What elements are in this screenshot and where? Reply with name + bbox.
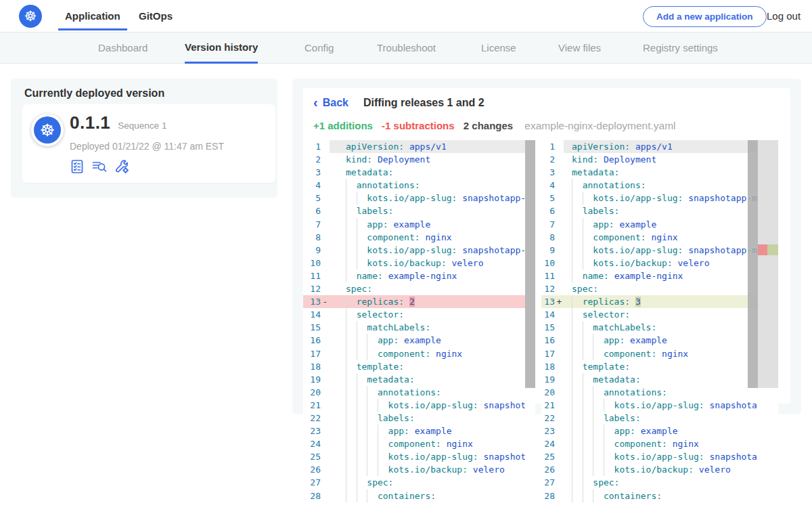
code-line: 15 matchLabels: xyxy=(303,321,525,334)
code-line: 10 kots.io/backup: velero xyxy=(541,257,757,269)
code-text: apiVersion: apps/v1 xyxy=(564,140,757,153)
line-number: 24 xyxy=(541,437,555,450)
addition-mark xyxy=(767,244,778,255)
code-line: 6 labels: xyxy=(303,204,525,217)
subnav-item-troubleshoot[interactable]: Troubleshoot xyxy=(377,32,436,64)
tab-application[interactable]: Application xyxy=(58,0,127,30)
diff-marker xyxy=(321,476,330,489)
diff-marker xyxy=(321,308,330,321)
code-text: labels: xyxy=(330,204,525,217)
code-text: selector: xyxy=(564,308,757,321)
code-line: 16 app: example xyxy=(303,334,525,347)
code-text: app: example xyxy=(564,218,757,231)
line-number: 26 xyxy=(303,463,321,476)
diff-marker xyxy=(555,269,564,282)
diff-marker xyxy=(555,490,564,502)
code-line: 22 labels: xyxy=(303,412,525,425)
code-line: 23 app: example xyxy=(541,425,757,437)
scrollbar-thumb[interactable] xyxy=(525,140,535,388)
diff-marker xyxy=(555,399,564,412)
diff-marker xyxy=(321,166,330,179)
code-line: 5 kots.io/app-slug: snapshotapp-mu xyxy=(541,192,757,204)
add-application-button[interactable]: Add a new application xyxy=(643,6,767,27)
line-number: 6 xyxy=(541,204,555,217)
diff-marker xyxy=(555,153,564,166)
diff-marker xyxy=(321,244,330,257)
line-number: 27 xyxy=(303,476,321,489)
line-number: 24 xyxy=(303,437,321,450)
code-lines-right[interactable]: 1apiVersion: apps/v12kind: Deployment3me… xyxy=(541,140,757,504)
line-number: 13 xyxy=(541,295,555,308)
code-text: template: xyxy=(564,360,757,373)
code-line: 6 labels: xyxy=(541,204,757,217)
release-notes-icon[interactable] xyxy=(69,158,85,177)
code-line: 23 app: example xyxy=(303,425,525,437)
diff-marker xyxy=(555,244,564,257)
diff-marker xyxy=(555,360,564,373)
code-text: containers: xyxy=(564,490,757,502)
line-number: 6 xyxy=(303,204,321,217)
view-logs-icon[interactable] xyxy=(91,158,108,177)
subnav-item-config[interactable]: Config xyxy=(304,32,334,64)
line-number: 4 xyxy=(303,179,321,192)
subnav-item-dashboard[interactable]: Dashboard xyxy=(98,32,148,64)
diff-marker xyxy=(321,257,330,269)
code-line: 1apiVersion: apps/v1 xyxy=(303,140,525,153)
subnav-item-registry-settings[interactable]: Registry settings xyxy=(643,32,718,64)
subnav-item-view-files[interactable]: View files xyxy=(558,32,601,64)
code-text: app: example xyxy=(564,425,757,437)
scrollbar-thumb[interactable] xyxy=(748,140,758,388)
line-number: 7 xyxy=(303,218,321,231)
diff-marker xyxy=(321,153,330,166)
code-text: kots.io/backup: velero xyxy=(330,257,525,269)
code-line: 10 kots.io/backup: velero xyxy=(303,257,525,269)
line-number: 8 xyxy=(303,231,321,244)
line-number: 17 xyxy=(541,347,555,360)
changes-count: 2 changes xyxy=(464,120,513,131)
diff-marker xyxy=(321,437,330,450)
line-number: 26 xyxy=(541,463,555,476)
code-line: 19 metadata: xyxy=(303,373,525,386)
code-text: kots.io/app-slug: snapshotapp-mu xyxy=(330,244,525,257)
line-number: 1 xyxy=(303,140,321,153)
subnav-item-version-history[interactable]: Version history xyxy=(185,32,258,64)
line-number: 10 xyxy=(541,257,555,269)
diff-stats: +1 additions -1 subtractions 2 changes e… xyxy=(313,120,676,132)
back-button[interactable]: Back xyxy=(313,97,348,109)
diff-marker: - xyxy=(321,295,330,308)
code-text: spec: xyxy=(564,282,757,295)
code-text: annotations: xyxy=(330,386,525,399)
line-number: 27 xyxy=(541,476,555,489)
diff-marker xyxy=(321,334,330,347)
diff-marker xyxy=(321,450,330,463)
line-number: 22 xyxy=(303,412,321,425)
diff-overview-ruler xyxy=(758,140,778,388)
tab-gitops[interactable]: GitOps xyxy=(139,0,173,32)
code-line: 26 kots.io/backup: velero xyxy=(303,463,525,476)
deployed-version-card: 0.1.1 Sequence 1 Deployed 01/21/22 @ 11:… xyxy=(22,104,275,183)
diff-marker xyxy=(321,412,330,425)
config-tools-icon[interactable] xyxy=(114,158,130,177)
logout-link[interactable]: Log out xyxy=(767,0,800,32)
code-line: 20 annotations: xyxy=(541,386,757,399)
code-text: kots.io/app-slug: snapshotap xyxy=(330,450,525,463)
diff-marker: + xyxy=(555,295,564,308)
line-number: 8 xyxy=(541,231,555,244)
code-line: 14 selector: xyxy=(303,308,525,321)
code-lines-left[interactable]: 1apiVersion: apps/v12kind: Deployment3me… xyxy=(303,140,525,504)
code-text: kots.io/app-slug: snapshotapp-mu xyxy=(564,244,757,257)
code-text: app: example xyxy=(330,334,525,347)
line-number: 25 xyxy=(541,450,555,463)
code-line: 9 kots.io/app-slug: snapshotapp-mu xyxy=(541,244,757,257)
line-number: 9 xyxy=(303,244,321,257)
diff-marker xyxy=(555,166,564,179)
subnav-item-license[interactable]: License xyxy=(481,32,516,64)
diff-marker xyxy=(555,179,564,192)
code-line: 24 component: nginx xyxy=(541,437,757,450)
code-text: replicas: 2 xyxy=(330,295,525,308)
code-line: 18 template: xyxy=(303,360,525,373)
app-logo xyxy=(31,114,64,146)
line-number: 25 xyxy=(303,450,321,463)
deployed-version-title: Currently deployed version xyxy=(24,87,164,100)
code-line: 7 app: example xyxy=(303,218,525,231)
